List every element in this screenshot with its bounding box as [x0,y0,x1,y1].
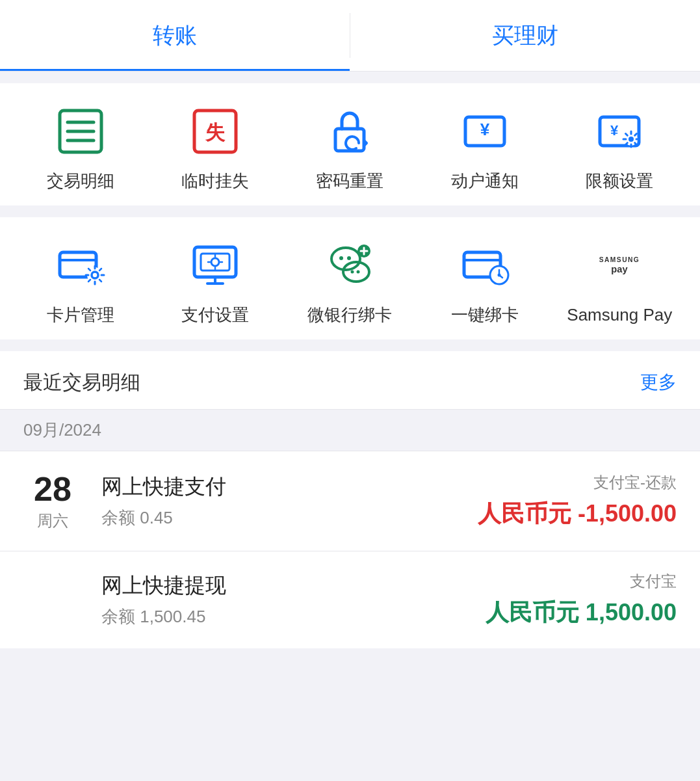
svg-point-12 [629,137,634,142]
icon-label-samsung-pay: Samsung Pay [567,304,672,326]
tx-type-2: 支付宝 [486,571,677,592]
icon-label-password-reset: 密码重置 [316,170,383,192]
transaction-row-1[interactable]: 28 周六 网上快捷支付 余额 0.45 支付宝-还款 人民币元 -1,500.… [0,451,700,551]
icon-item-password-reset[interactable]: 密码重置 [291,103,408,192]
svg-point-43 [339,256,343,260]
cny-setting-icon: ¥ [591,103,648,160]
svg-line-32 [99,269,101,271]
svg-text:¥: ¥ [610,122,619,139]
svg-line-31 [88,280,90,282]
svg-text:SAMSUNG: SAMSUNG [599,256,640,263]
tx-type-1: 支付宝-还款 [478,472,677,493]
icon-label-transaction-detail: 交易明细 [47,170,114,192]
icon-grid-row2: 卡片管理 [13,237,687,326]
date-day-1: 28 [23,471,82,508]
tx-balance-2: 余额 1,500.45 [101,605,473,628]
icon-item-account-notify[interactable]: ¥ 动户通知 [426,103,543,192]
date-divider: 09月/2024 [0,409,700,451]
svg-line-17 [626,134,628,136]
icon-label-account-notify: 动户通知 [451,170,519,192]
tx-amount-col-1: 支付宝-还款 人民币元 -1,500.00 [478,472,677,530]
tab-invest[interactable]: 买理财 [350,0,700,71]
tx-info-1: 网上快捷支付 余额 0.45 [101,473,465,529]
icon-item-wechat-bind[interactable]: 微银行绑卡 [291,237,408,326]
tx-amount-prefix-2: 人民币元 [486,599,579,626]
date-col-1: 28 周六 [23,471,82,531]
samsung-icon: SAMSUNG pay [591,237,648,294]
transaction-title: 最近交易明细 [23,369,140,396]
svg-line-30 [99,280,101,282]
transaction-section: 最近交易明细 更多 09月/2024 28 周六 网上快捷支付 余额 0.45 … [0,351,700,648]
svg-line-19 [626,143,628,145]
transaction-row-2[interactable]: 网上快捷提现 余额 1,500.45 支付宝 人民币元 1,500.00 [0,551,700,648]
svg-point-46 [351,270,354,273]
tx-name-1: 网上快捷支付 [101,473,465,501]
tab-transfer[interactable]: 转账 [0,0,350,71]
tab-bar: 转账 买理财 [0,0,700,72]
tx-amount-prefix-1: 人民币元 [478,500,571,527]
icon-label-payment-setting: 支付设置 [181,304,249,326]
tx-amount-value-1: -1,500.00 [578,500,677,527]
cny-notify-icon: ¥ [456,103,513,160]
transaction-header: 最近交易明细 更多 [0,351,700,409]
icon-item-samsung-pay[interactable]: SAMSUNG pay Samsung Pay [561,237,678,326]
tx-info-2: 网上快捷提现 余额 1,500.45 [101,572,473,628]
card-gear-icon [52,237,109,294]
icon-item-payment-setting[interactable]: 支付设置 [157,237,274,326]
icon-label-wechat-bind: 微银行绑卡 [307,304,392,326]
icon-item-one-bind[interactable]: 一键绑卡 [426,237,543,326]
svg-rect-6 [335,129,364,151]
svg-line-29 [88,269,90,271]
icon-item-card-manage[interactable]: 卡片管理 [22,237,139,326]
svg-line-18 [635,143,637,145]
svg-point-35 [211,258,219,266]
svg-point-47 [357,270,360,273]
icon-item-limit-setting[interactable]: ¥ 限额设置 [561,103,678,192]
icon-item-transaction-detail[interactable]: 交易明细 [22,103,139,192]
list-icon [52,103,109,160]
tx-amount-1: 人民币元 -1,500.00 [478,498,677,530]
payment-gear-icon [187,237,244,294]
transaction-more-button[interactable]: 更多 [640,370,677,395]
icon-label-limit-setting: 限额设置 [586,170,653,192]
tx-amount-2: 人民币元 1,500.00 [486,597,677,629]
svg-text:失: 失 [205,122,226,143]
icon-item-temp-suspend[interactable]: 失 临时挂失 [157,103,274,192]
svg-text:¥: ¥ [480,120,490,139]
wechat-icon [321,237,378,294]
icon-grid-row1: 交易明细 失 临时挂失 [13,103,687,192]
svg-line-20 [635,134,637,136]
icon-section-row2: 卡片管理 [0,217,700,339]
suspend-icon: 失 [187,103,244,160]
icon-label-temp-suspend: 临时挂失 [181,170,249,192]
svg-text:pay: pay [612,264,629,274]
card-clock-icon [456,237,513,294]
lock-reset-icon [321,103,378,160]
tx-balance-1: 余额 0.45 [101,507,465,529]
tx-name-2: 网上快捷提现 [101,572,473,600]
tx-amount-value-2: 1,500.00 [586,599,677,626]
date-weekday-1: 周六 [23,510,82,531]
icon-section-row1: 交易明细 失 临时挂失 [0,83,700,205]
svg-point-44 [347,256,351,260]
tx-amount-col-2: 支付宝 人民币元 1,500.00 [486,571,677,629]
icon-label-card-manage: 卡片管理 [47,304,114,326]
icon-label-one-bind: 一键绑卡 [451,304,519,326]
